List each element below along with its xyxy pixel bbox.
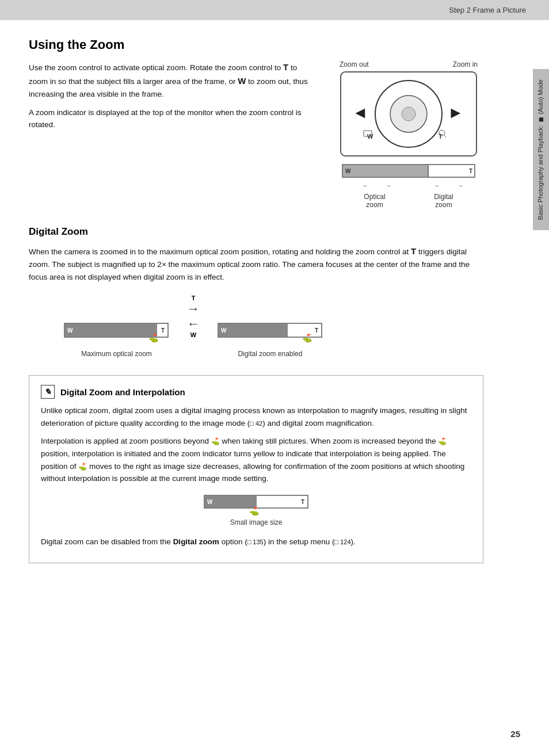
sidebar-tab-text: Basic Photography and Playback: ◼ (Auto)… xyxy=(536,79,545,220)
zoom-labels-top: Zoom out Zoom in xyxy=(340,60,478,68)
svg-text:W: W xyxy=(221,327,227,334)
small-image-group: W T ⛳ Small image size xyxy=(199,494,314,526)
svg-rect-31 xyxy=(205,496,257,507)
small-image-svg: W T ⛳ xyxy=(203,494,310,516)
svg-text:←: ← xyxy=(363,182,368,189)
digital-enabled-label: Digital zoom enabled xyxy=(238,350,302,358)
svg-rect-26 xyxy=(219,324,288,337)
page: Step 2 Frame a Picture Basic Photography… xyxy=(0,0,549,756)
main-content: Using the Zoom Use the zoom control to a… xyxy=(0,20,518,598)
zoom-in-label: Zoom in xyxy=(453,60,478,68)
svg-text:←: ← xyxy=(434,182,440,189)
zoom-intro-text: Use the zoom control to activate optical… xyxy=(29,60,317,209)
sidebar-tab: Basic Photography and Playback: ◼ (Auto)… xyxy=(533,69,549,230)
digital-zoom-para: When the camera is zoomed in to the maxi… xyxy=(29,245,483,283)
digital-zoom-label: Digitalzoom xyxy=(434,193,453,209)
svg-text:T: T xyxy=(315,327,318,334)
svg-text:⛳: ⛳ xyxy=(302,333,312,343)
max-optical-group: W T ⛳ Maximum optical zoom xyxy=(63,318,170,358)
note-box: ✎ Digital Zoom and Interpolation Unlike … xyxy=(29,375,483,563)
svg-text:T: T xyxy=(301,499,304,505)
digital-enabled-svg: W T ⛳ xyxy=(217,318,323,346)
zoom-out-label: Zoom out xyxy=(340,60,369,68)
digital-enabled-group: W T ⛳ Digital zoom enabled xyxy=(217,318,323,358)
zoom-diagram: Zoom out Zoom in ◄ ► W xyxy=(334,60,483,209)
svg-text:W: W xyxy=(345,168,351,174)
note-para2: Interpolation is applied at zoom positio… xyxy=(41,435,471,484)
note-footer: Digital zoom can be disabled from the Di… xyxy=(41,536,471,548)
page-number: 25 xyxy=(510,729,520,739)
svg-rect-21 xyxy=(65,324,157,337)
zoom-bar-labels: Opticalzoom Digitalzoom xyxy=(340,193,478,209)
svg-text:W: W xyxy=(67,327,73,334)
camera-top-svg: ◄ ► W T xyxy=(340,71,478,157)
svg-text:→: → xyxy=(386,182,391,189)
note-header: ✎ Digital Zoom and Interpolation xyxy=(41,385,471,399)
note-title: Digital Zoom and Interpolation xyxy=(60,387,185,397)
t-arrow-label: T xyxy=(192,295,196,301)
digital-zoom-section: Digital Zoom When the camera is zoomed i… xyxy=(29,226,483,358)
digital-zoom-indicators: W T ⛳ Maximum optical zoom T → ← W xyxy=(63,295,449,358)
zoom-para1: Use the zoom control to activate optical… xyxy=(29,60,317,101)
note-icon: ✎ xyxy=(41,385,55,399)
svg-text:►: ► xyxy=(448,104,464,121)
optical-zoom-label: Opticalzoom xyxy=(364,193,385,209)
svg-text:W: W xyxy=(207,499,213,505)
header-bar: Step 2 Frame a Picture xyxy=(0,0,549,20)
left-arrow-icon: ← xyxy=(187,316,200,331)
svg-text:⛳: ⛳ xyxy=(249,506,260,516)
w-arrow-label: W xyxy=(190,331,196,338)
svg-text:⛳: ⛳ xyxy=(148,333,159,343)
svg-text:T: T xyxy=(161,327,165,334)
arrow-between: T → ← W xyxy=(187,295,200,358)
svg-text:◄: ◄ xyxy=(352,104,368,121)
max-optical-label: Maximum optical zoom xyxy=(81,350,152,358)
max-optical-svg: W T ⛳ xyxy=(63,318,170,346)
svg-rect-12 xyxy=(343,165,428,177)
zoom-bar-container: W T ← → ← → Opticalzoom D xyxy=(340,162,478,209)
small-image-label: Small image size xyxy=(230,518,283,526)
note-para1: Unlike optical zoom, digital zoom uses a… xyxy=(41,404,471,429)
right-arrow-icon: → xyxy=(187,301,200,316)
header-title: Step 2 Frame a Picture xyxy=(449,6,526,14)
svg-point-10 xyxy=(402,107,415,121)
top-section: Use the zoom control to activate optical… xyxy=(29,60,483,209)
zoom-para2: A zoom indicator is displayed at the top… xyxy=(29,106,317,131)
digital-zoom-title: Digital Zoom xyxy=(29,226,483,238)
svg-text:T: T xyxy=(469,168,472,174)
using-zoom-title: Using the Zoom xyxy=(29,37,483,52)
zoom-bar-svg: W T ← → ← → xyxy=(340,162,478,190)
svg-text:→: → xyxy=(458,182,463,189)
